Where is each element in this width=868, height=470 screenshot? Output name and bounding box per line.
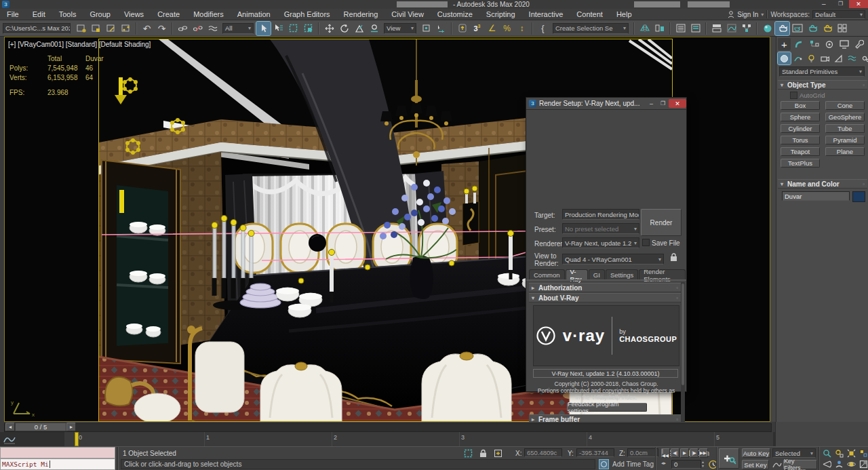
object-color-swatch[interactable] [852, 191, 865, 202]
target-dropdown[interactable]: Production Rendering Mode [562, 209, 639, 220]
percent-snap-icon[interactable]: % [500, 22, 514, 35]
rollout-object-type[interactable]: Object Type [778, 80, 867, 90]
zoom-extents-icon[interactable] [846, 448, 857, 458]
menu-animation[interactable]: Animation [231, 10, 277, 18]
keyboard-override-icon[interactable] [455, 22, 469, 35]
lock-view-icon[interactable] [670, 253, 677, 262]
spinner-snap-icon[interactable]: ↕ [515, 22, 529, 35]
next-frame-button[interactable]: |▶ [690, 448, 698, 458]
angle-snap-icon[interactable]: ∠ [485, 22, 499, 35]
save-file-checkbox[interactable] [642, 239, 650, 246]
zoom-all-icon[interactable] [833, 448, 845, 458]
subtab-lights[interactable] [805, 52, 818, 64]
orbit-icon[interactable] [846, 459, 857, 469]
subtab-shapes[interactable] [791, 52, 804, 64]
select-and-place-icon[interactable] [367, 22, 381, 35]
window-crossing-toggle-icon[interactable] [301, 22, 315, 35]
menu-edit[interactable]: Edit [26, 10, 52, 18]
primitives-category-dropdown[interactable]: Standard Primitives [779, 66, 865, 77]
go-to-end-button[interactable]: ▶▶| [699, 448, 708, 458]
rollout-about-vray[interactable]: About V-Ray [529, 293, 681, 302]
maxscript-listener-output[interactable] [0, 447, 115, 458]
curve-editor-icon[interactable] [724, 22, 738, 35]
add-time-tag[interactable]: Add Time Tag [612, 461, 654, 468]
tab-v-ray[interactable]: V-Ray [566, 269, 588, 280]
menu-graph-editors[interactable]: Graph Editors [277, 10, 337, 18]
mini-curve-editor-button[interactable] [3, 434, 16, 444]
go-to-start-button[interactable]: |◀◀ [661, 448, 670, 458]
use-pivot-center-icon[interactable] [419, 22, 433, 35]
workspace-dropdown[interactable]: Default [812, 10, 865, 19]
dialog-maximize-button[interactable] [657, 99, 669, 108]
tab-utilities[interactable] [852, 38, 865, 50]
select-and-move-icon[interactable] [322, 22, 336, 35]
feedback-settings-button[interactable]: Feedback program settings... [567, 403, 647, 412]
rollout-name-and-color[interactable]: Name and Color [778, 179, 867, 189]
reference-coordinate-dropdown[interactable]: View [384, 23, 416, 34]
chevron-down-icon[interactable] [761, 12, 764, 18]
toggle-layer-explorer-icon[interactable] [688, 22, 703, 35]
time-tag-icon[interactable] [599, 460, 608, 469]
create-torus-button[interactable]: Torus [781, 136, 820, 144]
tab-create[interactable]: + [778, 38, 791, 50]
scene-undo-history-icon[interactable] [74, 22, 88, 35]
viewport-layout-icon[interactable] [835, 22, 849, 35]
menu-scripting[interactable]: Scripting [479, 10, 522, 18]
create-pyramid-button[interactable]: Pyramid [825, 136, 865, 144]
select-by-name-icon[interactable] [271, 22, 285, 35]
snap-toggle-3d-icon[interactable]: 33 [470, 22, 484, 35]
menu-tools[interactable]: Tools [52, 10, 83, 18]
isolate-selection-icon[interactable] [462, 448, 474, 458]
maximize-button[interactable] [838, 1, 843, 7]
zoom-extents-all-icon[interactable] [858, 448, 868, 458]
set-keys-button[interactable] [719, 448, 739, 469]
key-filters-button[interactable]: Key Filters... [783, 460, 817, 469]
create-textplus-button[interactable]: TextPlus [781, 159, 820, 168]
create-plane-button[interactable]: Plane [825, 147, 865, 156]
render-button[interactable]: Render [641, 209, 682, 236]
menu-customize[interactable]: Customize [431, 10, 479, 18]
create-tube-button[interactable]: Tube [825, 124, 865, 133]
create-sphere-button[interactable]: Sphere [781, 113, 820, 121]
maximize-viewport-toggle-icon[interactable] [858, 459, 868, 469]
rectangular-selection-region-icon[interactable] [286, 22, 300, 35]
zoom-icon[interactable] [821, 448, 833, 458]
tab-common[interactable]: Common [529, 269, 565, 280]
set-key-button[interactable]: Set Key [742, 460, 769, 469]
menu-civil-view[interactable]: Civil View [384, 10, 430, 18]
material-editor-icon[interactable] [760, 22, 774, 35]
play-button[interactable]: ▶ [680, 448, 689, 458]
tab-display[interactable] [837, 38, 850, 50]
subtab-helpers[interactable] [832, 52, 845, 64]
render-setup-icon[interactable] [775, 22, 789, 35]
time-slider[interactable]: 0 / 5 [0, 422, 775, 432]
viewport-label[interactable]: [+] [VRayCam001] [Standard] [Default Sha… [8, 41, 151, 48]
key-step-icon[interactable] [661, 461, 666, 466]
tab-motion[interactable] [823, 38, 835, 50]
selection-lock-icon[interactable] [477, 448, 489, 458]
field-of-view-icon[interactable] [821, 459, 833, 469]
menu-views[interactable]: Views [117, 10, 151, 18]
create-cone-button[interactable]: Cone [825, 101, 865, 110]
named-selection-set-dropdown[interactable]: Create Selection Se [553, 23, 629, 34]
render-iterative-icon[interactable] [820, 22, 834, 35]
menu-file[interactable]: File [0, 10, 26, 18]
scene-china-cabinet[interactable] [102, 160, 180, 364]
tab-render-elements[interactable]: Render Elements [639, 269, 686, 280]
bind-to-space-warp-icon[interactable] [205, 22, 220, 35]
renderer-dropdown[interactable]: V-Ray Next, update 1.2 [562, 237, 639, 248]
select-and-link-icon[interactable] [176, 22, 190, 35]
rendered-frame-window-icon[interactable] [790, 22, 804, 35]
previous-frame-arrow[interactable] [5, 423, 15, 431]
preset-dropdown[interactable]: No preset selected [562, 223, 639, 234]
project-folder-dropdown[interactable]: C:\Users\C...s Max 2020 [3, 23, 71, 34]
time-slider-handle[interactable]: 0 / 5 [5, 423, 76, 431]
menu-rendering[interactable]: Rendering [337, 10, 385, 18]
spinner-down-icon[interactable] [702, 464, 704, 468]
tab-modify[interactable] [793, 38, 806, 50]
dialog-close-button[interactable]: ✕ [669, 99, 686, 108]
subtab-systems[interactable] [859, 52, 868, 64]
selection-filter-dropdown[interactable]: All [222, 23, 254, 34]
key-filters-curve-icon[interactable] [772, 461, 782, 469]
align-icon[interactable] [652, 22, 667, 35]
